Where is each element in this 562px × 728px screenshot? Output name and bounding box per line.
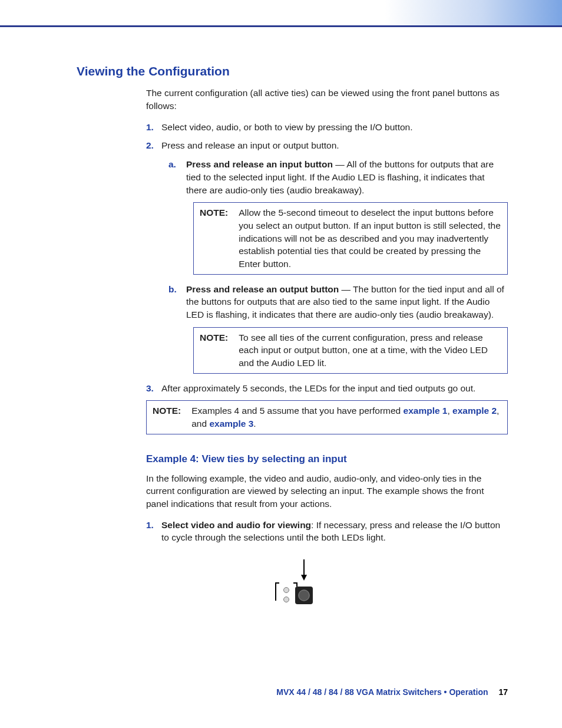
top-rule xyxy=(0,0,562,27)
step-bold: Select video and audio for viewing xyxy=(161,520,311,530)
footer-title: MVX 44 / 48 / 84 / 88 VGA Matrix Switche… xyxy=(276,687,488,697)
step-1: 1. Select video, audio, or both to view … xyxy=(146,121,508,134)
link-example-1[interactable]: example 1 xyxy=(404,406,448,416)
step-text: After approximately 5 seconds, the LEDs … xyxy=(161,383,475,393)
steps-list: 1. Select video, audio, or both to view … xyxy=(146,121,508,395)
step-number: 2. xyxy=(146,139,154,152)
note-body: Examples 4 and 5 assume that you have pe… xyxy=(191,404,501,430)
substep-letter: a. xyxy=(168,158,176,171)
link-example-2[interactable]: example 2 xyxy=(452,406,497,416)
note-label: NOTE: xyxy=(200,331,228,370)
footer-page: 17 xyxy=(498,687,508,697)
example4-step1: 1. Select video and audio for viewing: I… xyxy=(146,519,508,544)
substep-bold: Press and release an input button xyxy=(186,159,333,169)
note-box: NOTE: Examples 4 and 5 assume that you h… xyxy=(146,400,508,434)
step-3: 3. After approximately 5 seconds, the LE… xyxy=(146,382,508,395)
example4-steps: 1. Select video and audio for viewing: I… xyxy=(146,519,508,544)
step-text: Press and release an input or output but… xyxy=(161,140,339,150)
header-gradient xyxy=(385,0,562,25)
sep: , xyxy=(447,406,452,416)
substeps: a. Press and release an input button — A… xyxy=(168,158,508,374)
substep-letter: b. xyxy=(168,283,177,296)
substep-b: b. Press and release an output button — … xyxy=(168,283,508,374)
substep-bold: Press and release an output button xyxy=(186,284,339,294)
svg-point-3 xyxy=(284,597,289,602)
note-box: NOTE: To see all ties of the current con… xyxy=(193,327,508,374)
io-button-diagram xyxy=(77,559,508,616)
intro-text: The current configuration (all active ti… xyxy=(146,87,508,112)
period: . xyxy=(253,419,256,429)
note-text: Examples 4 and 5 assume that you have pe… xyxy=(191,406,403,416)
example4-heading: Example 4: View ties by selecting an inp… xyxy=(146,452,508,466)
page-body: Viewing the Configuration The current co… xyxy=(0,27,562,640)
step-2: 2. Press and release an input or output … xyxy=(146,139,508,373)
note-box: NOTE: Allow the 5-second timeout to dese… xyxy=(193,202,508,274)
step-number: 1. xyxy=(146,519,154,532)
note-label: NOTE: xyxy=(153,404,181,430)
note-label: NOTE: xyxy=(200,206,228,270)
note-body: Allow the 5-second timeout to deselect t… xyxy=(239,206,501,270)
svg-marker-1 xyxy=(301,575,307,581)
link-example-3[interactable]: example 3 xyxy=(209,419,253,429)
io-button-icon xyxy=(263,559,322,612)
example4-intro: In the following example, the video and … xyxy=(146,472,508,510)
page-footer: MVX 44 / 48 / 84 / 88 VGA Matrix Switche… xyxy=(0,687,562,699)
step-number: 1. xyxy=(146,121,154,134)
note-body: To see all ties of the current configura… xyxy=(239,331,501,370)
step-text: Select video, audio, or both to view by … xyxy=(161,122,413,132)
svg-point-5 xyxy=(298,589,310,601)
section-heading: Viewing the Configuration xyxy=(77,62,508,80)
step-number: 3. xyxy=(146,382,154,395)
svg-point-2 xyxy=(284,588,289,593)
substep-a: a. Press and release an input button — A… xyxy=(168,158,508,275)
